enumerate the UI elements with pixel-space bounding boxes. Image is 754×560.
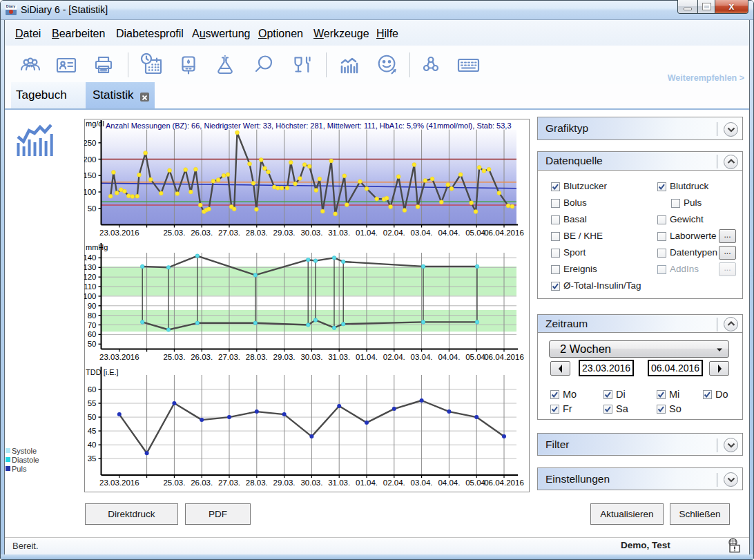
svg-text:02.04.: 02.04.	[383, 353, 405, 361]
svg-text:06.04.2016: 06.04.2016	[484, 353, 524, 361]
svg-text:25.03.: 25.03.	[163, 229, 185, 237]
svg-text:28.03.: 28.03.	[246, 353, 268, 361]
svg-text:200: 200	[84, 155, 97, 164]
svg-text:23.03.2016: 23.03.2016	[99, 229, 139, 237]
svg-text:31.03.: 31.03.	[328, 353, 350, 361]
svg-text:TDD [i.E.]: TDD [i.E.]	[86, 368, 119, 376]
svg-text:80: 80	[88, 311, 97, 320]
svg-text:40: 40	[88, 441, 97, 449]
svg-text:50: 50	[88, 204, 97, 213]
svg-text:01.04.: 01.04.	[356, 229, 378, 237]
svg-text:06.04.2016: 06.04.2016	[484, 229, 524, 237]
svg-text:02.04.: 02.04.	[383, 229, 405, 237]
svg-text:60: 60	[88, 385, 97, 394]
svg-text:250: 250	[84, 139, 97, 147]
svg-text:70: 70	[88, 321, 97, 329]
svg-text:30.03.: 30.03.	[300, 353, 322, 361]
svg-text:28.03.: 28.03.	[246, 479, 268, 487]
svg-text:26.03.: 26.03.	[191, 353, 213, 361]
svg-text:90: 90	[88, 302, 97, 310]
svg-text:23.03.2016: 23.03.2016	[99, 479, 139, 487]
svg-text:50: 50	[88, 340, 97, 348]
svg-text:30.03.: 30.03.	[300, 479, 322, 487]
svg-text:01.04.: 01.04.	[356, 479, 378, 487]
svg-text:03.04.: 03.04.	[411, 353, 433, 361]
svg-text:26.03.: 26.03.	[191, 479, 213, 487]
svg-text:06.04.2016: 06.04.2016	[484, 479, 524, 487]
svg-text:27.03.: 27.03.	[218, 229, 240, 237]
svg-text:23.03.2016: 23.03.2016	[99, 353, 139, 361]
svg-text:140: 140	[84, 253, 97, 262]
svg-text:150: 150	[84, 171, 97, 180]
svg-text:25.03.: 25.03.	[163, 353, 185, 361]
svg-text:mmHg: mmHg	[86, 243, 108, 251]
svg-text:45: 45	[88, 427, 97, 435]
svg-text:100: 100	[84, 292, 97, 300]
svg-text:04.04.: 04.04.	[438, 479, 460, 487]
svg-text:01.04.: 01.04.	[356, 353, 378, 361]
svg-text:31.03.: 31.03.	[328, 479, 350, 487]
svg-text:03.04.: 03.04.	[411, 479, 433, 487]
svg-text:29.03.: 29.03.	[273, 229, 296, 237]
svg-text:28.03.: 28.03.	[246, 229, 268, 237]
svg-text:04.04.: 04.04.	[438, 229, 460, 237]
svg-text:25.03.: 25.03.	[163, 479, 185, 487]
svg-text:130: 130	[84, 263, 97, 271]
svg-text:mg/dl: mg/dl	[86, 119, 104, 128]
svg-text:29.03.: 29.03.	[273, 353, 296, 361]
svg-text:27.03.: 27.03.	[218, 479, 240, 487]
svg-text:120: 120	[84, 273, 97, 281]
svg-text:100: 100	[84, 188, 97, 196]
svg-text:35: 35	[88, 454, 97, 463]
svg-text:26.03.: 26.03.	[191, 229, 213, 237]
svg-text:31.03.: 31.03.	[328, 229, 350, 237]
svg-text:30.03.: 30.03.	[300, 229, 322, 237]
svg-text:110: 110	[84, 282, 97, 291]
svg-text:Anzahl Messungen (BZ): 66, Nie: Anzahl Messungen (BZ): 66, Niedrigster W…	[106, 122, 512, 130]
svg-text:60: 60	[88, 330, 97, 338]
svg-text:03.04.: 03.04.	[411, 229, 433, 237]
svg-text:29.03.: 29.03.	[273, 479, 296, 487]
svg-text:27.03.: 27.03.	[218, 353, 240, 361]
svg-text:50: 50	[88, 413, 97, 421]
svg-text:04.04.: 04.04.	[438, 353, 460, 361]
svg-text:02.04.: 02.04.	[383, 479, 405, 487]
svg-text:55: 55	[88, 399, 97, 407]
